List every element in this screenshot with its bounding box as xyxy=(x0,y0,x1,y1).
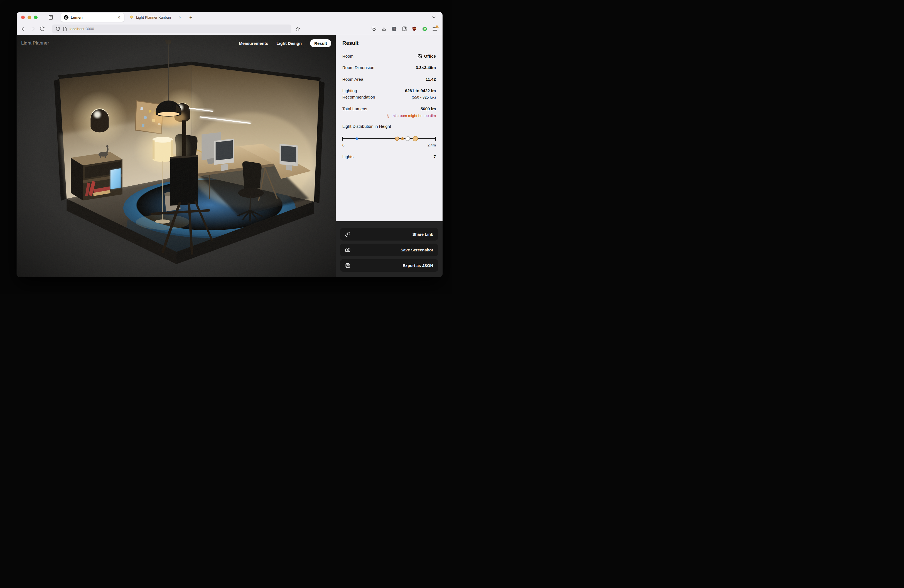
lumen-favicon-icon xyxy=(64,15,68,20)
export-json-button[interactable]: Export as JSON xyxy=(340,259,438,272)
url-host: localhost xyxy=(70,27,84,31)
dimension-row: Room Dimension 3.3×3.46m xyxy=(342,64,436,71)
svg-text:uO: uO xyxy=(413,28,416,30)
close-tab-icon[interactable]: ✕ xyxy=(178,15,183,20)
forward-button[interactable] xyxy=(30,26,36,32)
bookmark-star-icon[interactable] xyxy=(295,26,300,32)
tab-bar: Lumen ✕ Light Planner Kanban ✕ + xyxy=(17,12,443,23)
pocket-icon[interactable] xyxy=(371,26,376,32)
account-t-icon[interactable]: T xyxy=(391,26,397,32)
lighting-label-line2: Recommendation xyxy=(342,95,375,100)
tab-title: Light Planner Kanban xyxy=(136,15,178,19)
main-nav: Measurements Light Design Result xyxy=(239,39,331,47)
light-distribution-slider[interactable] xyxy=(342,136,436,141)
tab-title: Lumen xyxy=(71,15,116,19)
extension-puzzle-icon[interactable] xyxy=(401,26,407,32)
svg-text:T: T xyxy=(393,28,395,30)
save-disk-icon xyxy=(345,263,351,268)
app-title: Light Planner xyxy=(21,40,49,46)
downloads-icon[interactable] xyxy=(381,26,387,32)
lightbulb-favicon-icon xyxy=(129,15,134,20)
ublock-origin-icon[interactable]: uO xyxy=(412,26,417,32)
browser-window: Lumen ✕ Light Planner Kanban ✕ + xyxy=(17,12,443,277)
svg-text:JS: JS xyxy=(424,28,426,30)
dimension-value: 3.3×3.46m xyxy=(416,64,436,71)
nav-measurements[interactable]: Measurements xyxy=(239,41,268,46)
distribution-dot-3[interactable] xyxy=(406,136,410,141)
save-screenshot-label: Save Screenshot xyxy=(400,248,433,252)
extension-icons: T uO JS xyxy=(371,26,438,32)
url-port: :3000 xyxy=(85,27,94,31)
distribution-dot-0[interactable] xyxy=(356,138,358,140)
area-row: Room Area 11.42 xyxy=(342,76,436,82)
room-value: Office xyxy=(424,53,436,59)
slider-labels: 0 2.4m xyxy=(342,143,436,147)
slider-min-label: 0 xyxy=(342,143,345,147)
distribution-dot-1[interactable] xyxy=(395,137,399,141)
lighting-label-line1: Lighting xyxy=(342,88,357,93)
lighting-value: 6281 to 9422 lm xyxy=(405,88,436,93)
area-label: Room Area xyxy=(342,76,363,82)
slider-max-label: 2.4m xyxy=(428,143,436,147)
room-3d-viewport[interactable]: Light Planner Measurements Light Design … xyxy=(17,35,336,277)
room-row: Room Office xyxy=(342,53,436,59)
export-json-label: Export as JSON xyxy=(403,263,433,268)
distribution-dot-4[interactable] xyxy=(413,136,418,141)
shield-icon xyxy=(55,27,60,31)
result-panel: Result Room Office Room Dimensi xyxy=(336,35,443,221)
minimize-window-button[interactable] xyxy=(28,16,31,19)
js-toggle-icon[interactable]: JS xyxy=(422,26,427,32)
dimension-label: Room Dimension xyxy=(342,64,375,71)
tab-manager-icon[interactable] xyxy=(48,15,54,20)
new-tab-button[interactable]: + xyxy=(189,14,192,21)
lights-label: Lights xyxy=(342,153,354,160)
total-lumens-row: Total Lumens 5600 lm xyxy=(342,106,436,112)
slider-end-tick xyxy=(435,137,436,141)
total-lumens-label: Total Lumens xyxy=(342,106,367,112)
browser-toolbar: localhost:3000 T uO JS xyxy=(17,23,443,35)
lighting-recommendation-row: Lighting Recommendation 6281 to 9422 lm … xyxy=(342,87,436,101)
window-controls xyxy=(21,16,38,19)
save-screenshot-button[interactable]: Save Screenshot xyxy=(340,243,438,256)
tab-lumen[interactable]: Lumen ✕ xyxy=(61,13,124,22)
close-window-button[interactable] xyxy=(21,16,25,19)
list-all-tabs-chevron-icon[interactable] xyxy=(431,15,436,20)
app-header: Light Planner Measurements Light Design … xyxy=(17,35,336,51)
room-label: Room xyxy=(342,53,354,59)
lighting-subvalue: (550 - 825 lux) xyxy=(412,95,436,100)
close-tab-icon[interactable]: ✕ xyxy=(116,15,121,20)
zoom-window-button[interactable] xyxy=(34,16,38,19)
nav-result-active[interactable]: Result xyxy=(310,39,331,47)
room-render xyxy=(17,35,336,277)
lights-row: Lights 7 xyxy=(342,153,436,160)
menu-hamburger-icon[interactable] xyxy=(432,26,438,32)
nav-light-design[interactable]: Light Design xyxy=(277,41,302,46)
tab-light-planner-kanban[interactable]: Light Planner Kanban ✕ xyxy=(126,13,185,22)
link-icon xyxy=(345,232,351,237)
share-link-button[interactable]: Share Link xyxy=(340,228,438,240)
url-bar[interactable]: localhost:3000 xyxy=(52,24,291,33)
lightbulb-dim-icon xyxy=(386,114,390,118)
distribution-title: Light Distribution in Height xyxy=(342,124,436,129)
distribution-dot-2[interactable] xyxy=(401,137,404,140)
pencil-ruler-icon xyxy=(417,54,422,58)
dim-warning-text: this room might be too dim xyxy=(392,114,436,118)
menu-warning-badge xyxy=(435,25,439,28)
page-icon xyxy=(63,27,67,31)
area-value: 11.42 xyxy=(425,76,436,82)
lights-value: 7 xyxy=(434,153,436,160)
reload-button[interactable] xyxy=(40,26,45,32)
dim-warning: this room might be too dim xyxy=(342,114,436,118)
panel-title: Result xyxy=(342,40,436,46)
back-button[interactable] xyxy=(21,26,26,32)
actions-section: Share Link Save Screenshot xyxy=(336,221,443,277)
camera-icon xyxy=(345,247,351,253)
share-link-label: Share Link xyxy=(412,232,433,237)
total-lumens-value: 5600 lm xyxy=(420,106,436,112)
